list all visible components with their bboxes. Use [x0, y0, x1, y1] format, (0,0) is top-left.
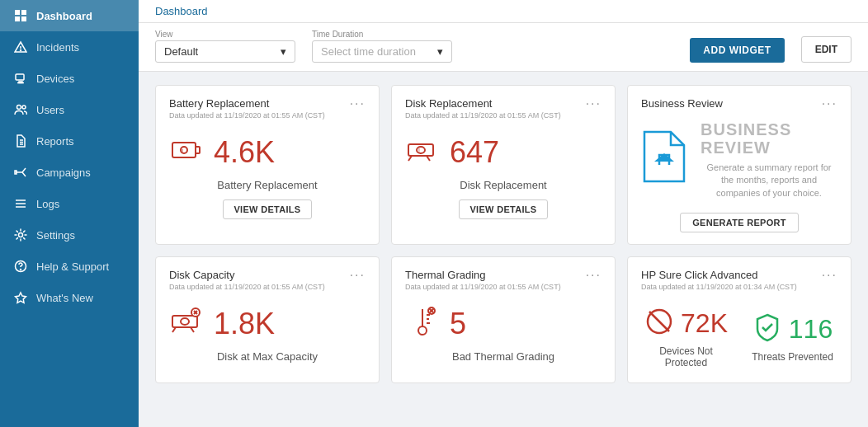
card-header-hp-sure-click: HP Sure Click Advanced Data updated at 1…	[641, 269, 837, 291]
card-title-business-review: Business Review	[641, 97, 723, 110]
breadcrumb: Dashboard	[155, 5, 208, 17]
card-header-disk-capacity: Disk Capacity Data updated at 11/19/2020…	[169, 269, 366, 291]
svg-line-48	[649, 312, 669, 331]
sidebar-item-incidents[interactable]: Incidents	[0, 31, 139, 63]
card-header-thermal: Thermal Grading Data updated at 11/19/20…	[405, 269, 601, 291]
card-updated-thermal: Data updated at 11/19/2020 at 01:55 AM (…	[405, 283, 561, 291]
metric-value-disk-replacement: 647	[450, 138, 499, 167]
card-updated-disk-replacement: Data updated at 11/19/2020 at 01:55 AM (…	[405, 111, 561, 120]
sidebar-label-help: Help & Support	[36, 260, 109, 273]
thermal-icon	[405, 304, 440, 344]
metric-label-disk-replacement: Disk Replacement	[405, 179, 601, 191]
metric-value-disk-capacity: 1.8K	[214, 309, 275, 339]
card-menu-battery[interactable]: ···	[350, 97, 366, 110]
battery-icon: !	[169, 133, 204, 172]
edit-button[interactable]: EDIT	[801, 36, 851, 63]
devices-not-protected-icon	[644, 307, 674, 340]
business-review-body: BUSINESS REVIEW Generate a summary repor…	[641, 114, 837, 206]
card-title-battery: Battery Replacement	[169, 97, 325, 110]
main-content: Dashboard View Default ▾ Time Duration S…	[139, 0, 868, 427]
sidebar-label-incidents: Incidents	[36, 41, 79, 54]
card-header-battery: Battery Replacement Data updated at 11/1…	[169, 97, 366, 120]
sidebar: Dashboard Incidents Devices Users Report…	[0, 0, 139, 427]
card-title-hp-sure-click: HP Sure Click Advanced	[641, 269, 797, 281]
generate-report-button[interactable]: GENERATE REPORT	[680, 213, 799, 232]
card-title-thermal: Thermal Grading	[405, 269, 561, 281]
svg-rect-22	[172, 143, 196, 157]
card-menu-thermal[interactable]: ···	[586, 269, 601, 282]
svg-point-19	[19, 233, 23, 237]
sidebar-item-logs[interactable]: Logs	[0, 188, 139, 219]
svg-point-21	[21, 270, 21, 270]
sidebar-item-whats-new[interactable]: What's New	[0, 282, 139, 313]
svg-rect-0	[15, 10, 20, 15]
sidebar-item-help[interactable]: Help & Support	[0, 251, 139, 282]
metric-label-devices-not-protected: Devices Not Protected	[641, 345, 731, 368]
metric-label-thermal: Bad Thermal Grading	[405, 350, 601, 363]
svg-rect-2	[15, 16, 20, 21]
time-duration-label: Time Duration	[312, 30, 452, 39]
settings-icon	[13, 228, 28, 242]
card-title-disk-replacement: Disk Replacement	[405, 97, 561, 110]
card-disk-replacement: Disk Replacement Data updated at 11/19/2…	[391, 85, 616, 245]
metric-value-threats-prevented: 116	[789, 314, 833, 345]
card-updated-hp-sure-click: Data updated at 11/19/2020 at 01:34 AM (…	[641, 283, 797, 291]
sidebar-item-settings[interactable]: Settings	[0, 219, 139, 251]
card-disk-capacity: Disk Capacity Data updated at 11/19/2020…	[155, 256, 380, 383]
sidebar-item-users[interactable]: Users	[0, 94, 139, 125]
view-details-button-disk-replacement[interactable]: VIEW DETAILS	[459, 199, 547, 219]
toolbar: View Default ▾ Time Duration Select time…	[139, 23, 868, 72]
business-review-text-block: BUSINESS REVIEW Generate a summary repor…	[701, 120, 837, 199]
metric-label-battery: Battery Replacement	[169, 179, 366, 191]
svg-rect-3	[21, 16, 26, 21]
metric-disk-capacity: 1.8K	[169, 304, 366, 344]
card-updated-disk-capacity: Data updated at 11/19/2020 at 01:55 AM (…	[169, 283, 325, 291]
sidebar-label-settings: Settings	[36, 229, 75, 242]
svg-point-40	[418, 326, 427, 335]
threats-prevented-icon	[752, 312, 782, 346]
card-battery-replacement: Battery Replacement Data updated at 11/1…	[155, 85, 380, 245]
sidebar-label-users: Users	[36, 104, 64, 116]
view-details-button-battery[interactable]: VIEW DETAILS	[223, 199, 311, 219]
metric-label-disk-capacity: Disk at Max Capacity	[169, 350, 366, 363]
metric-battery: ! 4.6K	[169, 133, 366, 172]
reports-icon	[13, 134, 28, 148]
card-menu-disk-capacity[interactable]: ···	[350, 269, 366, 282]
svg-rect-1	[21, 10, 26, 15]
incidents-icon	[13, 40, 28, 54]
cards-row-2: Disk Capacity Data updated at 11/19/2020…	[155, 256, 851, 383]
svg-point-33	[181, 318, 189, 325]
view-select[interactable]: Default ▾	[155, 40, 295, 63]
card-thermal-grading: Thermal Grading Data updated at 11/19/20…	[391, 256, 616, 383]
add-widget-button[interactable]: ADD WIDGET	[690, 38, 784, 63]
metric-value-thermal: 5	[450, 309, 466, 339]
sidebar-label-devices: Devices	[36, 73, 74, 85]
devices-icon	[13, 71, 28, 86]
sidebar-label-whats-new: What's New	[36, 292, 93, 304]
time-duration-select[interactable]: Select time duration ▾	[312, 40, 452, 63]
view-group: View Default ▾	[155, 30, 295, 63]
business-review-doc-icon	[641, 130, 687, 190]
card-header-business-review: Business Review ···	[641, 97, 837, 110]
sidebar-item-devices[interactable]: Devices	[0, 63, 139, 94]
svg-text:!: !	[418, 148, 420, 153]
sidebar-item-reports[interactable]: Reports	[0, 125, 139, 157]
sidebar-item-campaigns[interactable]: Campaigns	[0, 157, 139, 188]
card-hp-sure-click: HP Sure Click Advanced Data updated at 1…	[627, 256, 851, 383]
metric-value-battery: 4.6K	[214, 138, 275, 167]
disk-capacity-icon	[169, 304, 204, 344]
svg-point-10	[17, 106, 21, 110]
campaigns-icon	[13, 165, 28, 180]
svg-text:!: !	[182, 148, 183, 155]
time-duration-group: Time Duration Select time duration ▾	[312, 30, 452, 63]
time-duration-placeholder: Select time duration	[321, 45, 416, 58]
card-menu-hp-sure-click[interactable]: ···	[822, 269, 837, 282]
card-menu-business-review[interactable]: ···	[822, 97, 837, 110]
svg-rect-7	[16, 74, 24, 80]
card-title-disk-capacity: Disk Capacity	[169, 269, 325, 281]
topbar: Dashboard	[139, 0, 868, 23]
sidebar-item-dashboard[interactable]: Dashboard	[0, 0, 139, 31]
disk-replacement-icon: !	[405, 133, 440, 172]
card-menu-disk-replacement[interactable]: ···	[586, 97, 601, 110]
business-review-desc: Generate a summary report for the months…	[701, 162, 837, 199]
